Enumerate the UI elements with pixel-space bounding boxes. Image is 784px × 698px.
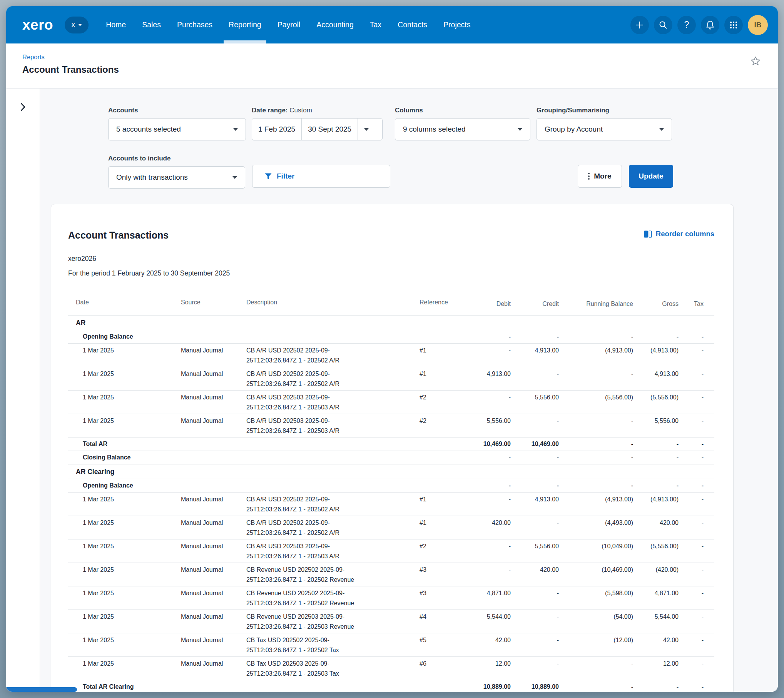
cell-description: CB A/R USD 202502 2025-09-25T12:03:26.84…: [242, 493, 410, 516]
cell-gross: 12.00: [633, 657, 679, 680]
row-label: Total AR: [68, 438, 468, 451]
user-avatar[interactable]: IB: [748, 15, 768, 35]
page-body: Accounts 5 accounts selected Date range:…: [6, 89, 778, 692]
cell-reference: #3: [410, 563, 468, 586]
cell-description: CB Tax USD 202502 2025-09-25T12:03:26.84…: [242, 633, 410, 656]
columns-select[interactable]: 9 columns selected: [395, 118, 530, 140]
accounts-to-include-select[interactable]: Only with transactions: [108, 166, 245, 189]
grouping-select[interactable]: Group by Account: [537, 118, 672, 140]
cell-credit: 5,556.00: [511, 391, 559, 414]
cell-reference: #6: [410, 657, 468, 680]
breadcrumb-reports-link[interactable]: Reports: [22, 53, 45, 61]
cell-tax: -: [679, 438, 704, 451]
cell-description: CB A/R USD 202503 2025-09-25T12:03:26.84…: [242, 391, 410, 414]
reorder-columns-link[interactable]: Reorder columns: [644, 230, 714, 238]
table-row[interactable]: 1 Mar 2025Manual JournalCB Tax USD 20250…: [68, 657, 714, 680]
table-row[interactable]: 1 Mar 2025Manual JournalCB A/R USD 20250…: [68, 539, 714, 563]
favourite-star-button[interactable]: [750, 56, 761, 68]
cell-credit: 10,889.00: [511, 680, 559, 692]
cell-source: Manual Journal: [175, 586, 242, 609]
cell-source: Manual Journal: [175, 493, 242, 516]
accounts-label: Accounts: [108, 107, 246, 114]
cell-reference: #5: [410, 633, 468, 656]
bell-icon: [705, 20, 715, 30]
funnel-icon: [265, 173, 272, 180]
accounts-select[interactable]: 5 accounts selected: [108, 118, 246, 140]
cell-credit: -: [511, 516, 559, 539]
table-row[interactable]: 1 Mar 2025Manual JournalCB A/R USD 20250…: [68, 493, 714, 516]
table-row[interactable]: 1 Mar 2025Manual JournalCB Revenue USD 2…: [68, 563, 714, 586]
nav-item-payroll[interactable]: Payroll: [277, 6, 301, 43]
cell-tax: -: [679, 586, 704, 609]
cell-gross: -: [633, 438, 679, 451]
nav-item-projects[interactable]: Projects: [443, 6, 470, 43]
cell-tax: -: [679, 610, 704, 633]
description-line-1: CB Tax USD 202502 2025-09-: [246, 635, 410, 645]
xero-logo[interactable]: xero: [22, 18, 53, 32]
description-line-1: CB A/R USD 202502 2025-09-: [246, 494, 410, 504]
cell-tax: -: [679, 657, 704, 680]
nav-item-tax[interactable]: Tax: [370, 6, 381, 43]
cell-running: -: [559, 330, 633, 343]
cell-reference: #2: [410, 414, 468, 437]
filter-button[interactable]: Filter: [252, 165, 390, 188]
table-row[interactable]: 1 Mar 2025Manual JournalCB A/R USD 20250…: [68, 391, 714, 414]
cell-running: (4,913.00): [559, 344, 633, 367]
table-row[interactable]: 1 Mar 2025Manual JournalCB A/R USD 20250…: [68, 344, 714, 367]
description-line-2: 25T12:03:26.847Z 1 - 202502 Tax: [246, 645, 410, 655]
apps-menu-button[interactable]: [724, 16, 743, 34]
accounts-to-include-label: Accounts to include: [108, 155, 245, 162]
column-header: Source: [175, 289, 242, 315]
collapsed-side-panel: [6, 89, 40, 692]
chevron-down-icon: [364, 128, 369, 131]
description-line-2: 25T12:03:26.847Z 1 - 202502 A/R: [246, 356, 410, 366]
cell-debit: -: [468, 391, 511, 414]
cell-debit: 42.00: [468, 633, 511, 656]
cell-gross: (5,556.00): [633, 391, 679, 414]
cell-date: 1 Mar 2025: [68, 586, 175, 609]
cell-reference: #1: [410, 516, 468, 539]
cell-credit: 4,913.00: [511, 344, 559, 367]
nav-item-accounting[interactable]: Accounting: [316, 6, 353, 43]
table-row[interactable]: 1 Mar 2025Manual JournalCB A/R USD 20250…: [68, 367, 714, 391]
cell-gross: -: [633, 330, 679, 343]
description-line-2: 25T12:03:26.847Z 1 - 202503 Tax: [246, 669, 410, 679]
expand-panel-button[interactable]: [18, 100, 28, 115]
date-to-field[interactable]: 30 Sept 2025: [301, 119, 358, 140]
help-button[interactable]: ?: [677, 16, 696, 34]
question-mark-icon: ?: [684, 20, 689, 29]
chevron-down-icon: [659, 128, 664, 131]
chevron-down-icon: [518, 128, 522, 131]
nav-item-purchases[interactable]: Purchases: [177, 6, 212, 43]
table-row[interactable]: 1 Mar 2025Manual JournalCB A/R USD 20250…: [68, 516, 714, 539]
organisation-menu-button[interactable]: x: [65, 17, 89, 33]
horizontal-scrollbar-thumb[interactable]: [6, 687, 77, 692]
table-row[interactable]: 1 Mar 2025Manual JournalCB Revenue USD 2…: [68, 610, 714, 633]
column-header: Credit: [511, 289, 559, 315]
date-range-filter-group: Date range: Custom 1 Feb 2025 30 Sept 20…: [252, 107, 383, 140]
nav-item-reporting[interactable]: Reporting: [229, 6, 261, 43]
columns-filter-group: Columns 9 columns selected: [395, 107, 530, 140]
nav-item-contacts[interactable]: Contacts: [398, 6, 427, 43]
cell-description: CB A/R USD 202503 2025-09-25T12:03:26.84…: [242, 539, 410, 563]
table-row[interactable]: 1 Mar 2025Manual JournalCB Revenue USD 2…: [68, 586, 714, 610]
cell-debit: 4,913.00: [468, 367, 511, 390]
search-icon: [659, 20, 668, 30]
nav-right-actions: ? IB: [630, 15, 768, 35]
cell-running: -: [559, 367, 633, 390]
table-row[interactable]: 1 Mar 2025Manual JournalCB Tax USD 20250…: [68, 633, 714, 657]
more-button[interactable]: More: [578, 165, 622, 188]
nav-item-home[interactable]: Home: [106, 6, 126, 43]
update-button[interactable]: Update: [629, 165, 673, 188]
nav-item-sales[interactable]: Sales: [142, 6, 161, 43]
notifications-button[interactable]: [701, 16, 719, 34]
cell-description: CB A/R USD 202503 2025-09-25T12:03:26.84…: [242, 414, 410, 437]
cell-debit: -: [468, 479, 511, 492]
cell-debit: -: [468, 451, 511, 464]
cell-debit: 10,469.00: [468, 438, 511, 451]
table-row[interactable]: 1 Mar 2025Manual JournalCB A/R USD 20250…: [68, 414, 714, 438]
search-button[interactable]: [654, 16, 672, 34]
create-new-button[interactable]: [630, 16, 649, 34]
date-from-field[interactable]: 1 Feb 2025: [252, 119, 301, 140]
date-range-dropdown-button[interactable]: [358, 119, 374, 140]
